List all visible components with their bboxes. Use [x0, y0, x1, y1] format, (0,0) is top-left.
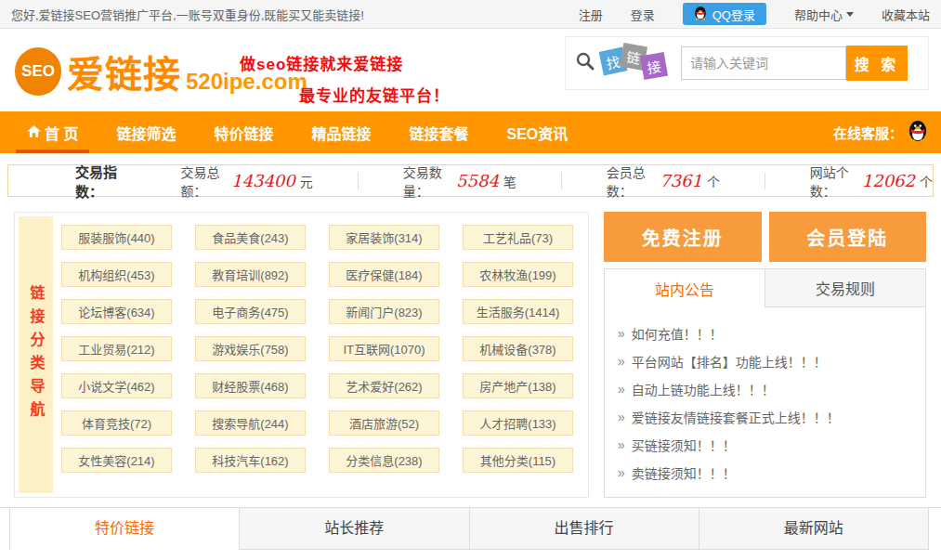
tab-webmaster-recommend[interactable]: 站长推荐: [239, 508, 468, 550]
category-button[interactable]: 体育竞技(72): [61, 410, 172, 436]
category-button[interactable]: 农林牧渔(199): [463, 262, 573, 287]
category-button[interactable]: 论坛博客(634): [61, 299, 172, 324]
slogan-line1: 做seo链接就来爱链接: [240, 51, 450, 74]
category-box: 链接分类导航 服装服饰(440) 食品美食(243) 家居装饰(314) 工艺礼…: [14, 212, 589, 498]
stat-unit: 个: [920, 172, 933, 190]
category-button[interactable]: 医疗保健(184): [329, 262, 439, 287]
announcement-text: 卖链接须知！！！: [632, 463, 736, 482]
stat-website-count: 网站个数： 12062 个: [810, 163, 933, 200]
category-button[interactable]: 房产地产(138): [463, 373, 573, 398]
announcement-link[interactable]: » 自动上链功能上线！！！: [618, 375, 912, 403]
tab-site-announcements[interactable]: 站内公告: [605, 269, 765, 307]
qq-login-button[interactable]: QQ登录: [683, 3, 766, 25]
category-button[interactable]: IT互联网(1070): [329, 336, 439, 361]
nav-item-home[interactable]: 首 页: [13, 111, 92, 153]
logo-name: 爱链接: [67, 45, 181, 98]
nav-item-premium-links[interactable]: 精品链接: [297, 111, 385, 153]
divider: [561, 173, 562, 189]
arrow-marker: »: [618, 437, 625, 452]
online-service[interactable]: 在线客服：: [833, 120, 928, 145]
nav-item-label: 首 页: [45, 122, 78, 144]
category-button[interactable]: 小说文学(462): [61, 373, 172, 398]
tag-jie-icon: 接: [640, 51, 668, 79]
member-login-button[interactable]: 会员登陆: [769, 212, 927, 262]
slogan-line2: 最专业的友链平台！: [240, 83, 450, 106]
online-service-label: 在线客服：: [833, 123, 903, 142]
category-sidebar-label: 链接分类导航: [25, 285, 47, 424]
stat-value: 12062: [862, 171, 915, 190]
announcement-text: 如何充值！！！: [632, 324, 723, 343]
nav-item-label: 特价链接: [214, 122, 273, 144]
category-button[interactable]: 电子商务(475): [195, 299, 306, 324]
stat-value: 7361: [660, 171, 702, 190]
announcement-list: » 如何充值！！！ » 平台网站【排名】功能上线！！！ » 自动上链功能上线！！…: [605, 307, 925, 487]
announcement-text: 爱链接友情链接套餐正式上线！！！: [632, 408, 840, 426]
stat-value: 5584: [456, 171, 499, 190]
category-button[interactable]: 科技汽车(162): [195, 448, 306, 473]
favorite-link[interactable]: 收藏本站: [882, 6, 930, 23]
category-button[interactable]: 其他分类(115): [463, 448, 573, 473]
help-center-link[interactable]: 帮助中心: [794, 6, 854, 23]
announcement-link[interactable]: » 卖链接须知！！！: [618, 459, 912, 487]
category-button[interactable]: 服装服饰(440): [61, 225, 172, 250]
tab-trade-rules[interactable]: 交易规则: [765, 269, 925, 307]
nav-item-special-links[interactable]: 特价链接: [200, 111, 287, 153]
nav-item-label: 精品链接: [311, 122, 371, 144]
category-button[interactable]: 食品美食(243): [195, 225, 306, 250]
announcement-link[interactable]: » 如何充值！！！: [618, 319, 912, 347]
stat-label: 网站个数：: [810, 163, 857, 200]
category-button[interactable]: 艺术爱好(262): [329, 373, 439, 398]
divider: [765, 173, 765, 189]
category-button[interactable]: 工艺礼品(73): [463, 225, 573, 250]
topbar: 您好,爱链接SEO营销推广平台,一账号双重身份,既能买又能卖链接! 注册 登录 …: [0, 0, 941, 29]
login-link[interactable]: 登录: [631, 6, 655, 23]
category-button[interactable]: 家居装饰(314): [329, 225, 439, 250]
search-button[interactable]: 搜 索: [846, 46, 908, 81]
seo-logo-icon: SEO: [15, 47, 61, 96]
help-center-label: 帮助中心: [794, 6, 843, 23]
announcement-link[interactable]: » 买链接须知！！！: [618, 431, 912, 459]
topbar-links: 注册 登录 QQ登录 帮助中心 收藏本站: [579, 3, 930, 25]
stat-trade-count: 交易数量： 5584 笔: [403, 163, 516, 200]
category-sidebar: 链接分类导航: [19, 216, 53, 493]
find-link-tags: 找 链 接: [601, 49, 666, 78]
nav-item-seo-news[interactable]: SEO资讯: [493, 111, 582, 153]
category-button[interactable]: 机械设备(378): [463, 336, 573, 361]
qq-penguin-icon: [908, 120, 928, 145]
category-button[interactable]: 新闻门户(823): [329, 299, 439, 324]
announcement-text: 买链接须知！！！: [632, 436, 736, 454]
arrow-marker: »: [618, 354, 625, 369]
tab-newest-sites[interactable]: 最新网站: [699, 508, 929, 550]
stat-unit: 元: [300, 172, 313, 190]
category-button[interactable]: 工业贸易(212): [61, 336, 172, 361]
category-button[interactable]: 女性美容(214): [61, 448, 172, 473]
welcome-text: 您好,爱链接SEO营销推广平台,一账号双重身份,既能买又能卖链接!: [11, 6, 364, 23]
home-icon: [27, 124, 41, 141]
tab-sale-ranking[interactable]: 出售排行: [469, 508, 699, 550]
nav-item-link-packages[interactable]: 链接套餐: [396, 111, 483, 153]
free-register-button[interactable]: 免费注册: [604, 212, 762, 262]
category-button[interactable]: 人才招聘(133): [463, 410, 573, 436]
search-area: 找 链 接 搜 索: [565, 36, 929, 90]
category-button[interactable]: 分类信息(238): [329, 448, 439, 473]
category-button[interactable]: 机构组织(453): [61, 262, 172, 287]
stat-label: 交易总额：: [181, 163, 228, 200]
search-input[interactable]: [681, 46, 846, 80]
category-button[interactable]: 游戏娱乐(758): [195, 336, 306, 361]
announcement-link[interactable]: » 平台网站【排名】功能上线！！！: [618, 347, 912, 375]
bottom-tabs: 特价链接 站长推荐 出售排行 最新网站: [9, 508, 929, 550]
category-grid: 服装服饰(440) 食品美食(243) 家居装饰(314) 工艺礼品(73) 机…: [61, 225, 573, 473]
register-link[interactable]: 注册: [579, 6, 603, 23]
category-button[interactable]: 教育培训(892): [195, 262, 306, 287]
announcement-text: 自动上链功能上线！！！: [632, 380, 775, 398]
nav-item-link-filter[interactable]: 链接筛选: [102, 111, 190, 153]
qq-penguin-icon: [694, 6, 707, 23]
category-button[interactable]: 生活服务(1414): [463, 299, 573, 324]
category-button[interactable]: 财经股票(468): [195, 373, 306, 398]
category-button[interactable]: 搜索导航(244): [195, 410, 306, 436]
panel-tabs: 站内公告 交易规则: [605, 269, 925, 307]
tab-special-links[interactable]: 特价链接: [9, 508, 239, 550]
announcement-link[interactable]: » 爱链接友情链接套餐正式上线！！！: [618, 403, 912, 431]
stat-total-amount: 交易总额： 143400 元: [181, 163, 313, 200]
category-button[interactable]: 酒店旅游(52): [329, 410, 439, 436]
